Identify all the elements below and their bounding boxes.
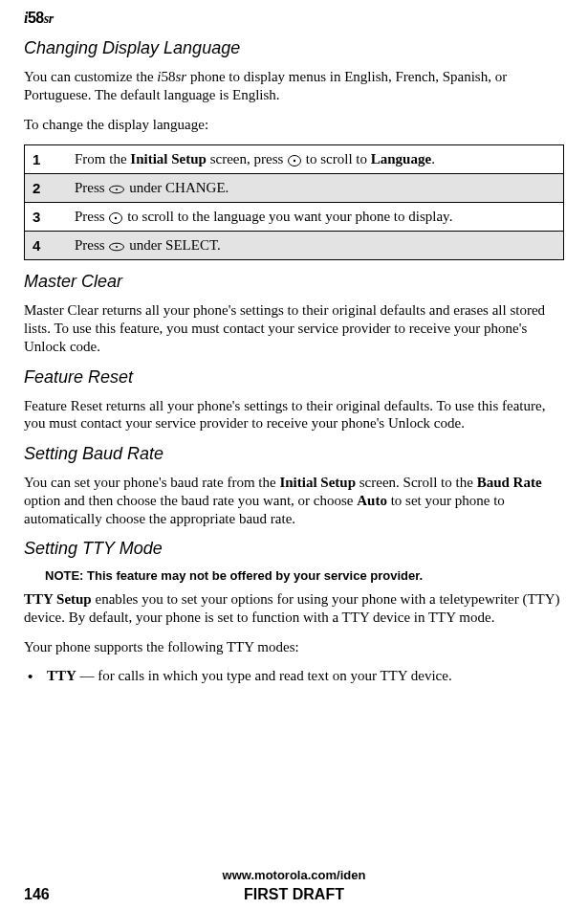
step-text: Press under SELECT. (67, 232, 564, 260)
logo-num: 58 (28, 10, 44, 26)
page-number: 146 (24, 886, 50, 903)
step-row-1: 1 From the Initial Setup screen, press t… (25, 145, 564, 174)
tty-note: NOTE: This feature may not be offered by… (45, 568, 564, 583)
baud-rate-paragraph: You can set your phone's baud rate from … (24, 474, 564, 527)
heading-tty-mode: Setting TTY Mode (24, 539, 564, 559)
step-num: 2 (25, 174, 68, 203)
bullet-icon: • (28, 668, 47, 684)
step-num: 4 (25, 232, 68, 260)
soft-key-icon (109, 242, 124, 252)
svg-point-5 (115, 217, 117, 219)
scroll-key-icon (109, 211, 122, 225)
cdl-paragraph-1: You can customize the i58sr phone to dis… (24, 68, 564, 104)
heading-baud-rate: Setting Baud Rate (24, 444, 564, 464)
svg-point-1 (294, 160, 295, 162)
feature-reset-paragraph: Feature Reset returns all your phone's s… (24, 397, 564, 433)
step-text: From the Initial Setup screen, press to … (67, 145, 564, 174)
heading-changing-display-language: Changing Display Language (24, 38, 564, 58)
step-row-3: 3 Press to scroll to the language you wa… (25, 203, 564, 232)
step-text: Press to scroll to the language you want… (67, 203, 564, 232)
cdl-paragraph-2: To change the display language: (24, 116, 564, 134)
tty-paragraph-1: TTY Setup enables you to set your option… (24, 590, 564, 627)
heading-master-clear: Master Clear (24, 272, 564, 292)
tty-bullet-row: • TTY — for calls in which you type and … (28, 668, 564, 684)
heading-feature-reset: Feature Reset (24, 367, 564, 388)
master-clear-paragraph: Master Clear returns all your phone's se… (24, 301, 564, 355)
step-row-4: 4 Press under SELECT. (25, 232, 564, 260)
scroll-key-icon (288, 154, 301, 167)
step-row-2: 2 Press under CHANGE. (25, 174, 564, 203)
svg-point-7 (116, 246, 118, 248)
steps-table: 1 From the Initial Setup screen, press t… (24, 144, 564, 260)
logo-sr: sr (44, 11, 54, 26)
step-num: 1 (25, 145, 68, 174)
product-logo: i58sr (24, 10, 564, 27)
step-num: 3 (25, 203, 68, 232)
step-text: Press under CHANGE. (67, 174, 564, 203)
tty-paragraph-2: Your phone supports the following TTY mo… (24, 638, 564, 656)
soft-key-icon (109, 185, 124, 194)
footer-url: www.motorola.com/iden (24, 868, 564, 882)
page-footer: www.motorola.com/iden 146 FIRST DRAFT 00… (0, 868, 588, 903)
svg-point-3 (116, 188, 118, 190)
draft-label: FIRST DRAFT (244, 886, 344, 903)
tty-bullet-text: TTY — for calls in which you type and re… (47, 668, 452, 684)
